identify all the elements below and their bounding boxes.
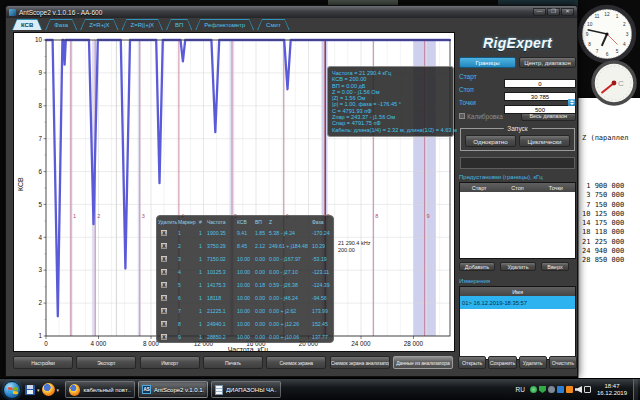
marker-table-cell: 4 bbox=[178, 269, 199, 275]
svg-text:9: 9 bbox=[586, 32, 589, 37]
svg-text:3: 3 bbox=[626, 32, 629, 37]
points-spinner[interactable] bbox=[568, 99, 575, 106]
tab-smith[interactable]: Смит bbox=[257, 19, 290, 30]
svg-text:2: 2 bbox=[97, 213, 100, 219]
marker-table-cell: 6 bbox=[178, 295, 199, 301]
export-button[interactable]: Экспорт bbox=[76, 356, 136, 369]
bounds-mode-button[interactable]: Границы bbox=[459, 57, 516, 68]
presets-list[interactable] bbox=[460, 192, 575, 258]
task-antscope[interactable]: AS AntScope2 v.1.0.1… bbox=[138, 381, 208, 398]
preset-delete-button[interactable]: Удалить bbox=[500, 262, 536, 271]
chevron-down-icon[interactable]: ▾ bbox=[37, 387, 40, 393]
tab-bar: КСВ Фаза Z=R+jX Z=R||+jX ВП Рефлектометр… bbox=[12, 18, 293, 30]
tab-swr[interactable]: КСВ bbox=[12, 19, 42, 30]
import-button[interactable]: Импорт bbox=[140, 356, 200, 369]
stop-label: Стоп bbox=[459, 86, 504, 93]
tab-z-parallel[interactable]: Z=R||+jX bbox=[122, 19, 163, 30]
maximize-button[interactable]: ❐ bbox=[547, 8, 560, 16]
presets-label: Предустановки (границы), кГц bbox=[459, 174, 576, 180]
cursor-frequency: 21 290.4 kHz bbox=[338, 240, 370, 247]
tray-antivirus-icon[interactable] bbox=[530, 386, 537, 393]
preset-up-button[interactable]: Вверх bbox=[541, 262, 569, 271]
notepad-line: 14 175 000 bbox=[582, 219, 640, 228]
marker-table-cell: 0.00 bbox=[255, 269, 269, 275]
tab-z-series[interactable]: Z=R+jX bbox=[80, 19, 118, 30]
marker-table-cell: 152.45 bbox=[312, 321, 334, 327]
notepad-window[interactable]: Z (параллел 1 900 000 3 750 000 7 150 00… bbox=[578, 98, 640, 378]
analyzer-data-button[interactable]: Данные из анализатора bbox=[393, 356, 453, 369]
delete-button[interactable]: Удалить bbox=[519, 356, 547, 369]
chart-info-box: Частота = 21 290.4 кГцКСВ = 200.00ВП = 0… bbox=[327, 66, 454, 137]
marker-table-cell: -94.56 bbox=[312, 295, 334, 301]
screenshot-button[interactable]: Снимок экрана bbox=[266, 356, 326, 369]
measurement-item-selected[interactable]: 01> 16.12.2019-18:35:57 bbox=[460, 296, 575, 309]
clear-button[interactable]: Очистить bbox=[549, 356, 577, 369]
svg-text:9: 9 bbox=[427, 213, 430, 219]
run-cyclic-button[interactable]: Циклически bbox=[519, 135, 570, 147]
tray-utility-icon[interactable] bbox=[548, 386, 555, 393]
delete-marker-button[interactable]: X bbox=[160, 268, 168, 276]
delete-marker-button[interactable]: X bbox=[160, 281, 168, 289]
task-notepad[interactable]: ДИАПАЗОНЫ ЧА… bbox=[211, 381, 281, 398]
marker-table-cell: -124.39 bbox=[312, 282, 334, 288]
marker-table-cell: 0.59 - j26.38 bbox=[269, 282, 312, 288]
delete-marker-button[interactable]: X bbox=[160, 307, 168, 315]
save-quicklaunch-icon[interactable] bbox=[25, 385, 35, 395]
save-button[interactable]: Сохранить bbox=[488, 356, 516, 369]
run-group: Запуск Однократно Циклически bbox=[460, 128, 575, 151]
start-button[interactable] bbox=[3, 381, 21, 399]
marker-table-cell: 0.00 bbox=[255, 334, 269, 340]
taskbar-clock[interactable]: 18:47 16.12.2019 bbox=[593, 383, 631, 397]
show-desktop-button[interactable] bbox=[633, 379, 638, 400]
tray-update-icon[interactable] bbox=[557, 386, 564, 393]
notepad-line: Z (параллел bbox=[582, 134, 640, 142]
app-icon bbox=[9, 9, 16, 16]
tray-firewall-icon[interactable] bbox=[566, 386, 573, 393]
network-icon[interactable] bbox=[584, 386, 591, 393]
analyzer-screenshot-button[interactable]: Снимок экрана анализатора bbox=[330, 356, 390, 369]
volume-icon[interactable] bbox=[575, 386, 582, 393]
delete-marker-button[interactable]: X bbox=[160, 320, 168, 328]
delete-marker-button[interactable]: X bbox=[160, 229, 168, 237]
points-input[interactable] bbox=[504, 105, 576, 114]
marker-table-cell: 0.00 - j46.24 bbox=[269, 295, 312, 301]
marker-table-cell: 8.45 bbox=[237, 243, 255, 249]
delete-marker-button[interactable]: X bbox=[160, 242, 168, 250]
svg-text:24 000: 24 000 bbox=[351, 340, 371, 347]
close-button[interactable]: ✕ bbox=[561, 8, 574, 16]
run-once-button[interactable]: Однократно bbox=[465, 135, 516, 147]
measurements-list[interactable] bbox=[460, 309, 575, 359]
antscope-icon: AS bbox=[142, 385, 151, 394]
preset-add-button[interactable]: Добавить bbox=[459, 262, 495, 271]
firefox-quicklaunch-icon[interactable] bbox=[42, 383, 55, 396]
cursor-readout: 21 290.4 kHz 200.00 bbox=[338, 240, 370, 253]
marker-table-header: Удалить bbox=[158, 219, 178, 225]
window-titlebar[interactable]: AntScope2 v.1.0.16 - AA-600 — ❐ ✕ bbox=[6, 6, 577, 18]
chevron-down-icon[interactable]: ▾ bbox=[57, 387, 60, 393]
marker-table-header: Частота bbox=[207, 219, 237, 225]
marker-table-cell: 5 bbox=[178, 282, 199, 288]
tab-return-loss[interactable]: ВП bbox=[166, 19, 192, 30]
marker-table-cell: 0.00 + j2.62 bbox=[269, 308, 312, 314]
task-firefox[interactable]: кабельный повт… bbox=[65, 381, 135, 398]
minimize-button[interactable]: — bbox=[533, 8, 546, 16]
svg-text:7: 7 bbox=[596, 49, 599, 54]
presets-table[interactable]: Старт Стоп Точки bbox=[459, 182, 576, 259]
open-button[interactable]: Открыть bbox=[458, 356, 486, 369]
rigexpert-logo: RigExpert bbox=[459, 30, 576, 55]
center-span-mode-button[interactable]: Центр, диапазон bbox=[519, 57, 576, 68]
marker-table-cell: 1 bbox=[199, 308, 207, 314]
delete-marker-button[interactable]: X bbox=[160, 255, 168, 263]
calibration-checkbox[interactable] bbox=[459, 113, 465, 119]
print-button[interactable]: Печать bbox=[203, 356, 263, 369]
delete-marker-button[interactable]: X bbox=[160, 294, 168, 302]
marker-table-header: Маркер bbox=[178, 219, 199, 225]
measurements-table[interactable]: Имя 01> 16.12.2019-18:35:57 bbox=[459, 286, 576, 360]
tray-shield-icon[interactable] bbox=[539, 386, 546, 393]
tab-tdr[interactable]: Рефлектометр bbox=[195, 19, 254, 30]
marker-table: УдалитьМаркер#ЧастотаКСВВПZФаза X111900.… bbox=[156, 215, 334, 343]
delete-marker-button[interactable]: X bbox=[160, 333, 168, 341]
language-indicator[interactable]: RU bbox=[516, 386, 525, 393]
settings-button[interactable]: Настройки bbox=[13, 356, 73, 369]
tab-phase[interactable]: Фаза bbox=[45, 19, 77, 30]
